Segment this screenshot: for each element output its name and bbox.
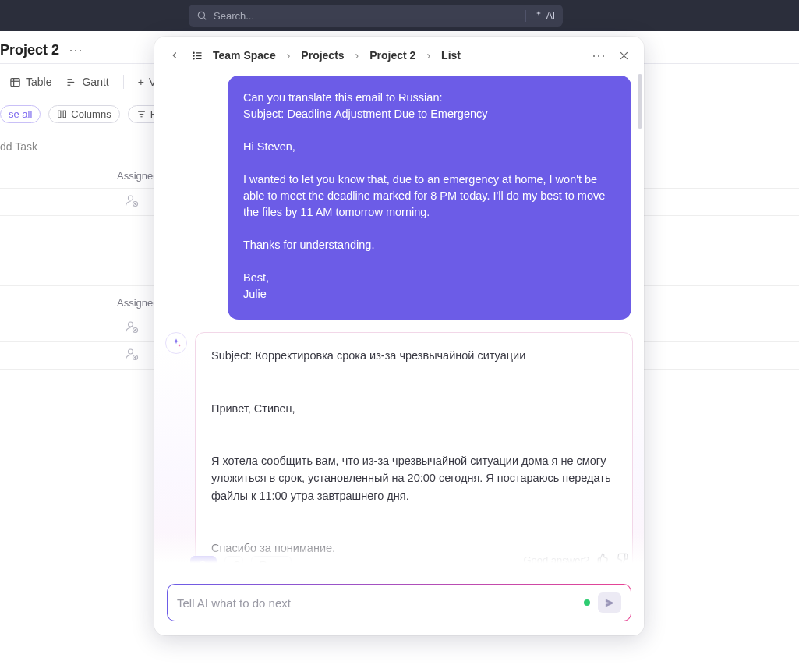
reply-actions: Create Copy Regenerate xyxy=(190,556,292,567)
plus-icon: + xyxy=(138,76,144,88)
svg-point-0 xyxy=(198,12,204,18)
search-placeholder: Search... xyxy=(214,10,254,22)
svg-rect-9 xyxy=(63,111,65,118)
svg-point-17 xyxy=(129,322,133,327)
svg-line-1 xyxy=(204,18,207,20)
feedback-label: Good answer? xyxy=(523,554,589,565)
add-assignee-icon[interactable] xyxy=(125,350,139,363)
send-button[interactable] xyxy=(598,592,621,613)
add-assignee-icon[interactable] xyxy=(125,323,139,336)
more-icon[interactable] xyxy=(69,43,83,58)
column-header-assignee[interactable]: Assignee xyxy=(117,297,158,309)
svg-point-28 xyxy=(193,52,194,53)
svg-point-13 xyxy=(129,196,133,200)
feedback-row: Good answer? xyxy=(523,553,628,567)
thumbs-down-icon[interactable] xyxy=(617,553,628,567)
divider xyxy=(123,75,124,89)
breadcrumb-part[interactable]: Team Space xyxy=(213,49,276,62)
scroll-thumb[interactable] xyxy=(638,74,642,129)
breadcrumb-part[interactable]: List xyxy=(441,49,461,62)
gantt-icon xyxy=(65,76,77,88)
user-message-bubble: Can you translate this email to Russian:… xyxy=(228,76,631,320)
close-button[interactable] xyxy=(616,48,631,63)
ai-avatar-icon xyxy=(165,332,187,354)
ai-reply-bubble: Subject: Корректировка срока из-за чрезв… xyxy=(195,332,633,576)
chevron-right-icon: › xyxy=(426,49,430,62)
modal-header: Team Space › Projects › Project 2 › List xyxy=(154,37,644,71)
chevron-right-icon: › xyxy=(287,49,291,62)
breadcrumb-part[interactable]: Projects xyxy=(301,49,344,62)
scrollbar[interactable] xyxy=(636,71,642,576)
svg-point-30 xyxy=(193,58,194,58)
back-button[interactable] xyxy=(167,48,182,63)
create-button[interactable]: Create xyxy=(190,556,217,567)
ai-modal: Team Space › Projects › Project 2 › List… xyxy=(154,37,644,635)
modal-footer xyxy=(154,576,644,635)
table-icon xyxy=(9,76,21,88)
columns-button[interactable]: Columns xyxy=(48,105,119,123)
svg-rect-8 xyxy=(58,111,61,118)
copy-button[interactable]: Copy xyxy=(224,556,243,567)
list-icon xyxy=(192,50,203,62)
modal-body: Can you translate this email to Russian:… xyxy=(154,71,644,576)
collapse-all-button[interactable]: se all xyxy=(0,105,41,123)
svg-point-21 xyxy=(129,349,133,354)
filter-icon xyxy=(136,109,147,119)
svg-point-29 xyxy=(193,55,194,55)
columns-icon xyxy=(57,109,67,119)
search-ai-shortcut[interactable]: AI xyxy=(525,10,555,22)
column-header-assignee[interactable]: Assignee xyxy=(117,170,158,182)
tab-table[interactable]: Table xyxy=(9,76,51,88)
svg-rect-2 xyxy=(11,78,19,86)
regenerate-button[interactable]: Regenerate xyxy=(251,556,292,567)
thumbs-up-icon[interactable] xyxy=(597,553,609,567)
sparkle-icon xyxy=(534,10,543,22)
status-indicator xyxy=(584,599,590,606)
page-title: Project 2 xyxy=(0,42,59,58)
ai-prompt-input[interactable] xyxy=(177,596,576,610)
chevron-right-icon: › xyxy=(355,49,359,62)
topbar: Search... AI xyxy=(0,0,799,31)
search-icon xyxy=(196,10,207,21)
ai-prompt-box[interactable] xyxy=(167,584,631,621)
breadcrumb-part[interactable]: Project 2 xyxy=(369,49,415,62)
modal-more-button[interactable] xyxy=(591,48,606,63)
add-view-button[interactable]: + V xyxy=(138,76,157,88)
tab-gantt[interactable]: Gantt xyxy=(65,76,108,88)
global-search[interactable]: Search... AI xyxy=(189,5,563,27)
add-assignee-icon[interactable] xyxy=(125,196,139,210)
